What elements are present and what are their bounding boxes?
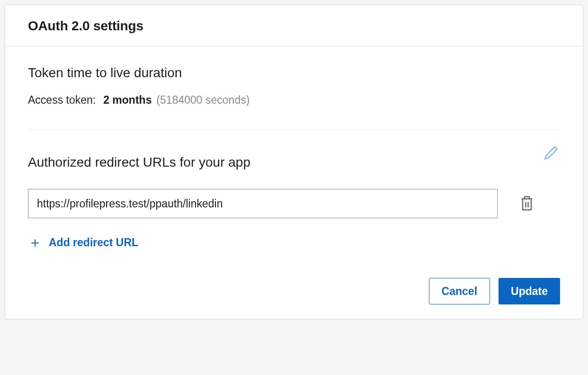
redirect-heading: Authorized redirect URLs for your app [28,155,250,170]
card-title: OAuth 2.0 settings [28,18,560,34]
ttl-heading: Token time to live duration [28,65,560,80]
cancel-button[interactable]: Cancel [429,278,490,304]
redirect-url-row [28,189,560,218]
redirect-url-input[interactable] [28,189,498,218]
plus-icon: ＋ [28,235,42,250]
section-divider [28,129,560,130]
access-token-label: Access token: [28,94,96,107]
redirect-heading-row: Authorized redirect URLs for your app [28,152,560,172]
card-header: OAuth 2.0 settings [5,5,583,46]
add-redirect-url-button[interactable]: ＋ Add redirect URL [28,235,560,250]
add-redirect-label: Add redirect URL [49,236,138,249]
card-body: Token time to live duration Access token… [5,46,583,319]
pencil-icon [544,146,558,160]
access-token-seconds: (5184000 seconds) [156,94,249,107]
delete-redirect-button[interactable] [517,193,536,215]
access-token-value: 2 months [103,94,151,107]
oauth-settings-card: OAuth 2.0 settings Token time to live du… [5,5,583,319]
update-button[interactable]: Update [499,278,560,304]
edit-redirect-button[interactable] [542,144,560,163]
actions-row: Cancel Update [28,278,560,304]
ttl-line: Access token: 2 months (5184000 seconds) [28,94,560,107]
trash-icon [519,195,535,212]
